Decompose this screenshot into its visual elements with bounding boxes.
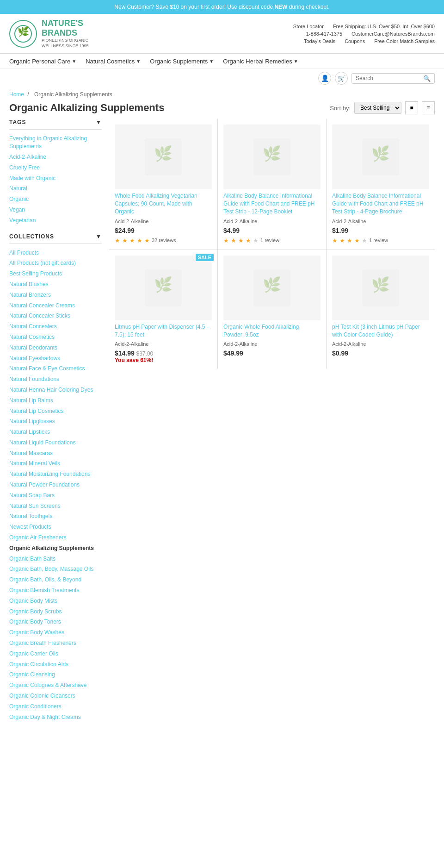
product-image[interactable]: 🌿 <box>223 125 321 189</box>
collection-item[interactable]: Natural Lipglosses <box>9 416 102 427</box>
tag-item[interactable]: Organic <box>9 194 102 205</box>
collection-item[interactable]: Organic Day & Night Creams <box>9 712 102 723</box>
collection-item[interactable]: Natural Toothgels <box>9 511 102 522</box>
collection-item[interactable]: Organic Alkalizing Supplements <box>9 543 102 554</box>
collection-item[interactable]: Newest Products <box>9 522 102 532</box>
collection-item[interactable]: Organic Colognes & Aftershave <box>9 680 102 691</box>
sidebar: TAGS ▼ Everything in Organic Alkalizing … <box>9 119 102 730</box>
logo[interactable]: 🌿 NATURE'SBRANDS PIONEERING ORGANICWELLN… <box>9 19 102 49</box>
tag-item[interactable]: Made with Organic <box>9 173 102 184</box>
list-view-btn[interactable]: ≡ <box>422 101 435 114</box>
cart-icon[interactable]: 🛒 <box>335 72 348 85</box>
collection-item[interactable]: Organic Body Washes <box>9 627 102 638</box>
collection-item[interactable]: Natural Lipsticks <box>9 427 102 437</box>
collection-item[interactable]: Natural Sun Screens <box>9 501 102 512</box>
collection-item[interactable]: Natural Henna Hair Coloring Dyes <box>9 385 102 395</box>
collection-item[interactable]: Natural Concealer Sticks <box>9 311 102 321</box>
collection-item[interactable]: Organic Body Scrubs <box>9 606 102 617</box>
tag-item[interactable]: Vegan <box>9 205 102 215</box>
collection-item[interactable]: Natural Lip Cosmetics <box>9 406 102 417</box>
tag-item[interactable]: Vegetarian <box>9 215 102 226</box>
tag-item[interactable]: Everything in Organic Alkalizing Supplem… <box>9 133 102 152</box>
product-image[interactable]: 🌿 <box>115 256 212 320</box>
collection-item[interactable]: Organic Bath, Body, Massage Oils <box>9 564 102 575</box>
product-title[interactable]: Alkaline Body Balance Informational Guid… <box>223 192 321 215</box>
tag-item[interactable]: Natural <box>9 183 102 194</box>
product-card: 🌿 Whole Food Alkalizing Vegetarian Capsu… <box>109 119 217 249</box>
product-image[interactable]: 🌿 <box>332 256 429 320</box>
product-title[interactable]: Litmus pH Paper with Dispenser (4.5 - 7.… <box>115 323 212 339</box>
product-title[interactable]: pH Test Kit (3 inch Litmus pH Paper with… <box>332 323 429 339</box>
nav-organic-herbal[interactable]: Organic Herbal Remedies ▼ <box>223 58 298 65</box>
color-match-link[interactable]: Free Color Match Samples <box>374 38 435 44</box>
collection-item[interactable]: Natural Lip Balms <box>9 395 102 406</box>
collection-item[interactable]: Natural Mascaras <box>9 448 102 459</box>
breadcrumb-home[interactable]: Home <box>9 91 24 98</box>
tag-item[interactable]: Acid-2-Alkaline <box>9 152 102 162</box>
product-card: SALE 🌿 Litmus pH Paper with Dispenser (4… <box>109 250 217 369</box>
grid-view-btn[interactable]: ■ <box>405 101 418 114</box>
collection-item[interactable]: Best Selling Products <box>9 269 102 279</box>
collection-item[interactable]: Organic Air Fresheners <box>9 532 102 543</box>
collection-item[interactable]: All Products <box>9 248 102 258</box>
collection-item[interactable]: Natural Foundations <box>9 374 102 385</box>
search-input[interactable] <box>356 75 421 81</box>
product-title[interactable]: Whole Food Alkalizing Vegetarian Capsule… <box>115 192 212 215</box>
search-box[interactable]: 🔍 <box>352 73 435 84</box>
collection-item[interactable]: Organic Circulation Aids <box>9 659 102 670</box>
collection-item[interactable]: Natural Bronzers <box>9 290 102 300</box>
header-top-links: Store Locator Free Shipping: U.S. Over $… <box>293 24 435 29</box>
product-image[interactable]: 🌿 <box>332 125 429 189</box>
search-icon[interactable]: 🔍 <box>423 75 431 82</box>
email-link[interactable]: CustomerCare@NaturesBrands.com <box>352 31 435 37</box>
sort-select[interactable]: Best Selling <box>354 102 401 114</box>
svg-text:🌿: 🌿 <box>18 26 29 37</box>
collection-item[interactable]: Organic Cleansing <box>9 669 102 680</box>
product-price: $49.99 <box>223 350 243 357</box>
tag-item[interactable]: Cruelty Free <box>9 162 102 173</box>
tags-section: TAGS ▼ Everything in Organic Alkalizing … <box>9 119 102 225</box>
search-row: 👤 🛒 🔍 <box>0 69 444 87</box>
free-shipping-info: Free Shipping: U.S. Over $50. Int. Over … <box>333 24 435 29</box>
svg-text:🌿: 🌿 <box>371 145 390 162</box>
product-title[interactable]: Organic Whole Food Alkalizing Powder; 9.… <box>223 323 321 339</box>
deals-link[interactable]: Today's Deals <box>304 38 335 44</box>
brand-tagline: PIONEERING ORGANICWELLNESS SINCE 1995 <box>42 38 89 49</box>
collection-item[interactable]: Natural Deodorants <box>9 343 102 353</box>
collection-item[interactable]: Natural Soap Bars <box>9 490 102 501</box>
product-image[interactable]: 🌿 <box>115 125 212 189</box>
collection-item[interactable]: Organic Conditioners <box>9 701 102 712</box>
collection-item[interactable]: Organic Body Mists <box>9 596 102 606</box>
nav-natural-cosmetics[interactable]: Natural Cosmetics ▼ <box>86 58 141 65</box>
collection-item[interactable]: All Products (not gift cards) <box>9 258 102 269</box>
collection-item[interactable]: Organic Body Toners <box>9 617 102 627</box>
collection-item[interactable]: Natural Liquid Foundations <box>9 437 102 448</box>
collection-item[interactable]: Natural Concealer Creams <box>9 300 102 311</box>
collection-item[interactable]: Organic Carrier Oils <box>9 649 102 659</box>
phone-link[interactable]: 1-888-417-1375 <box>306 31 342 37</box>
collection-item[interactable]: Natural Mineral Veils <box>9 458 102 469</box>
collection-item[interactable]: Natural Moisturizing Foundations <box>9 469 102 480</box>
collection-item[interactable]: Natural Blushes <box>9 279 102 290</box>
main-content: TAGS ▼ Everything in Organic Alkalizing … <box>0 119 444 730</box>
collection-item[interactable]: Natural Eyeshadows <box>9 353 102 364</box>
collection-item[interactable]: Natural Concealers <box>9 321 102 332</box>
store-locator-link[interactable]: Store Locator <box>293 24 324 29</box>
nav-organic-supplements[interactable]: Organic Supplements ▼ <box>150 58 214 65</box>
collection-item[interactable]: Organic Breath Fresheners <box>9 638 102 649</box>
tags-toggle[interactable]: ▼ <box>96 119 102 125</box>
collections-section: COLLECTIONS ▼ All ProductsAll Products (… <box>9 233 102 723</box>
collection-item[interactable]: Organic Bath Salts <box>9 554 102 564</box>
collection-item[interactable]: Natural Cosmetics <box>9 332 102 343</box>
collection-item[interactable]: Organic Bath, Oils, & Beyond <box>9 575 102 585</box>
product-title[interactable]: Alkaline Body Balance Informational Guid… <box>332 192 429 215</box>
nav-organic-personal-care[interactable]: Organic Personal Care ▼ <box>9 58 76 65</box>
collection-item[interactable]: Natural Powder Foundations <box>9 480 102 490</box>
product-image[interactable]: 🌿 <box>223 256 321 320</box>
collection-item[interactable]: Natural Face & Eye Cosmetics <box>9 363 102 374</box>
coupons-link[interactable]: Coupons <box>345 38 365 44</box>
collection-item[interactable]: Organic Colonic Cleansers <box>9 691 102 701</box>
collections-toggle[interactable]: ▼ <box>96 233 102 240</box>
user-icon[interactable]: 👤 <box>318 72 331 85</box>
collection-item[interactable]: Organic Blemish Treatments <box>9 585 102 596</box>
